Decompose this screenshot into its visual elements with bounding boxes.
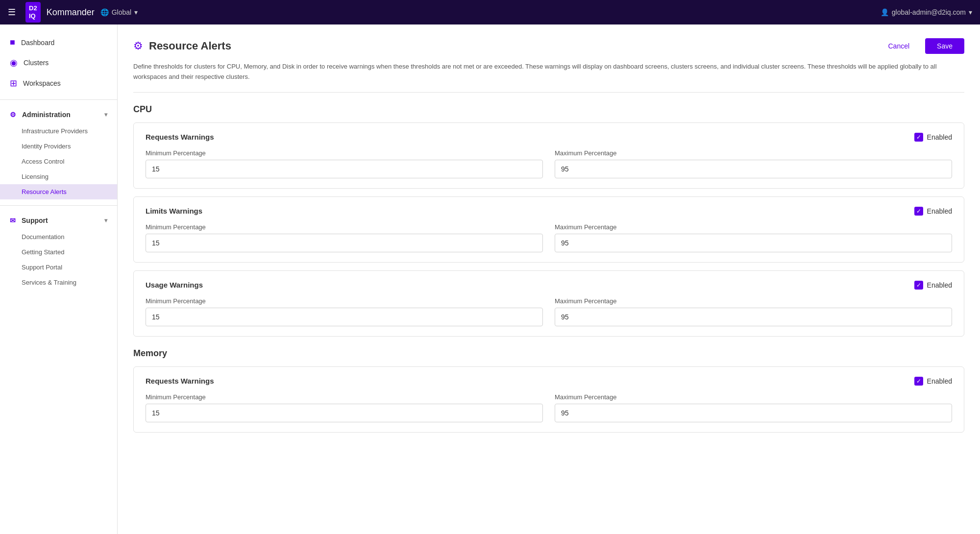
global-label: Global [112,8,131,16]
cpu-requests-enabled-label: Enabled [927,133,952,141]
cpu-requests-min-group: Minimum Percentage [146,149,543,178]
cpu-usage-min-label: Minimum Percentage [146,297,543,305]
dashboard-icon: ■ [10,37,15,48]
sidebar-item-licensing[interactable]: Licensing [0,169,117,184]
sidebar-label-dashboard: Dashboard [21,39,55,47]
sidebar-label-workspaces: Workspaces [23,79,61,87]
cpu-usage-warnings-card: Usage Warnings ✓ Enabled Minimum Percent… [133,270,964,337]
support-icon: ✉ [10,217,16,224]
memory-requests-min-group: Minimum Percentage [146,393,543,422]
clusters-icon: ◉ [10,57,18,68]
company-logo: D2 IQ [25,2,41,22]
cpu-limits-max-input[interactable] [555,234,952,252]
save-button[interactable]: Save [925,38,964,54]
cancel-button[interactable]: Cancel [878,38,919,54]
cpu-requests-enabled-checkbox[interactable]: ✓ [914,133,923,142]
memory-requests-enabled-label: Enabled [927,377,952,385]
memory-requests-warnings-header: Requests Warnings ✓ Enabled [146,377,952,386]
sidebar-divider-2 [0,205,117,206]
sidebar-label-clusters: Clusters [24,59,49,67]
cpu-requests-min-input[interactable] [146,160,543,178]
user-email: global-admin@d2iq.com [892,8,966,16]
cpu-limits-warnings-header: Limits Warnings ✓ Enabled [146,207,952,216]
memory-requests-max-input[interactable] [555,404,952,422]
sidebar-item-services-training[interactable]: Services & Training [0,275,117,290]
memory-requests-enabled-row: ✓ Enabled [914,377,952,386]
sidebar: ■ Dashboard ◉ Clusters ⊞ Workspaces ⚙ Ad… [0,24,118,534]
sidebar-item-clusters[interactable]: ◉ Clusters [0,52,117,73]
cpu-requests-warnings-title: Requests Warnings [146,133,214,141]
cpu-limits-min-group: Minimum Percentage [146,223,543,252]
cpu-usage-fields: Minimum Percentage Maximum Percentage [146,297,952,326]
sidebar-item-workspaces[interactable]: ⊞ Workspaces [0,73,117,94]
user-icon: 👤 [881,8,889,16]
topbar: ☰ D2 IQ Kommander 🌐 Global ▾ 👤 global-ad… [0,0,980,24]
cpu-limits-enabled-label: Enabled [927,207,952,215]
cpu-usage-warnings-header: Usage Warnings ✓ Enabled [146,281,952,290]
sidebar-item-access-control[interactable]: Access Control [0,154,117,169]
sidebar-item-documentation[interactable]: Documentation [0,229,117,244]
user-menu[interactable]: 👤 global-admin@d2iq.com ▾ [881,8,972,16]
sidebar-item-infrastructure-providers[interactable]: Infrastructure Providers [0,123,117,139]
memory-requests-enabled-checkbox[interactable]: ✓ [914,377,923,386]
sidebar-item-resource-alerts[interactable]: Resource Alerts [0,184,117,199]
sidebar-item-getting-started[interactable]: Getting Started [0,244,117,260]
cpu-limits-enabled-row: ✓ Enabled [914,207,952,216]
sidebar-support-label: Support [22,217,48,224]
sidebar-administration-header[interactable]: ⚙ Administration ▾ [0,106,117,123]
memory-section-title: Memory [133,348,964,359]
app-name: Kommander [47,7,95,18]
page-title: Resource Alerts [149,40,231,52]
cpu-usage-enabled-checkbox[interactable]: ✓ [914,281,923,290]
cpu-usage-enabled-label: Enabled [927,281,952,289]
cpu-requests-min-label: Minimum Percentage [146,149,543,157]
sidebar-administration-label: Administration [22,111,71,119]
cpu-usage-max-label: Maximum Percentage [555,297,952,305]
cpu-usage-enabled-row: ✓ Enabled [914,281,952,290]
sidebar-section-support: ✉ Support ▾ Documentation Getting Starte… [0,212,117,290]
memory-requests-fields: Minimum Percentage Maximum Percentage [146,393,952,422]
memory-requests-min-label: Minimum Percentage [146,393,543,401]
sidebar-item-identity-providers[interactable]: Identity Providers [0,139,117,154]
cpu-requests-max-label: Maximum Percentage [555,149,952,157]
memory-section: Memory Requests Warnings ✓ Enabled Minim… [133,348,964,433]
main-content: ⚙ Resource Alerts Cancel Save Define thr… [118,24,980,534]
cpu-usage-max-group: Maximum Percentage [555,297,952,326]
cpu-limits-min-label: Minimum Percentage [146,223,543,231]
cpu-limits-warnings-title: Limits Warnings [146,207,202,215]
hamburger-menu[interactable]: ☰ [8,7,16,18]
page-gear-icon: ⚙ [133,40,143,52]
cpu-limits-warnings-card: Limits Warnings ✓ Enabled Minimum Percen… [133,196,964,263]
cpu-requests-warnings-card: Requests Warnings ✓ Enabled Minimum Perc… [133,122,964,189]
memory-requests-max-group: Maximum Percentage [555,393,952,422]
cpu-limits-enabled-checkbox[interactable]: ✓ [914,207,923,216]
cpu-usage-warnings-title: Usage Warnings [146,281,203,289]
cpu-usage-min-input[interactable] [146,308,543,326]
cpu-requests-max-group: Maximum Percentage [555,149,952,178]
sidebar-section-administration: ⚙ Administration ▾ Infrastructure Provid… [0,106,117,199]
cpu-limits-min-input[interactable] [146,234,543,252]
cpu-requests-enabled-row: ✓ Enabled [914,133,952,142]
memory-requests-max-label: Maximum Percentage [555,393,952,401]
administration-icon: ⚙ [10,111,16,119]
global-selector[interactable]: 🌐 Global ▾ [100,8,138,16]
memory-requests-min-input[interactable] [146,404,543,422]
workspaces-icon: ⊞ [10,78,17,89]
page-title-row: ⚙ Resource Alerts [133,40,231,52]
cpu-requests-max-input[interactable] [555,160,952,178]
cpu-section-title: CPU [133,104,964,115]
page-header: ⚙ Resource Alerts Cancel Save [133,38,964,54]
memory-requests-warnings-title: Requests Warnings [146,377,214,385]
page-actions: Cancel Save [878,38,964,54]
administration-chevron: ▾ [104,111,107,118]
page-description: Define thresholds for clusters for CPU, … [133,62,964,93]
sidebar-item-support-portal[interactable]: Support Portal [0,260,117,275]
cpu-usage-max-input[interactable] [555,308,952,326]
cpu-limits-max-label: Maximum Percentage [555,223,952,231]
memory-requests-warnings-card: Requests Warnings ✓ Enabled Minimum Perc… [133,366,964,433]
sidebar-support-header[interactable]: ✉ Support ▾ [0,212,117,229]
support-chevron: ▾ [104,217,107,224]
sidebar-main-nav: ■ Dashboard ◉ Clusters ⊞ Workspaces [0,32,117,94]
cpu-requests-warnings-header: Requests Warnings ✓ Enabled [146,133,952,142]
sidebar-item-dashboard[interactable]: ■ Dashboard [0,32,117,52]
